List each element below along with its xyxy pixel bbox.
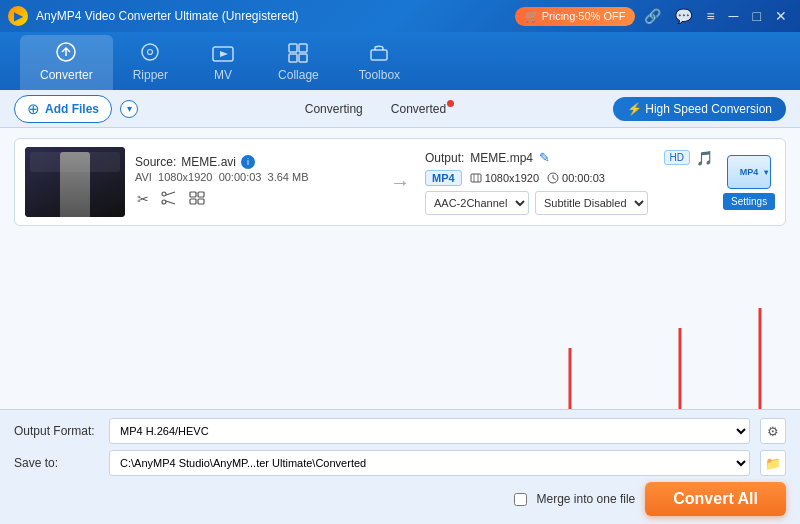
output-format-select[interactable]: MP4 H.264/HEVC (109, 418, 750, 444)
effect-tool-btn[interactable] (187, 189, 207, 210)
subtitle-select[interactable]: Subtitle Disabled (535, 191, 648, 215)
minimize-btn[interactable]: ─ (724, 6, 744, 26)
output-filename: MEME.mp4 (470, 151, 533, 165)
tab-converter[interactable]: Converter (20, 35, 113, 90)
toolbox-icon (368, 41, 390, 66)
hd-badge: HD (664, 150, 690, 165)
message-icon-btn[interactable]: 💬 (670, 6, 697, 26)
file-meta: AVI 1080x1920 00:00:03 3.64 MB (135, 171, 375, 183)
mv-icon (212, 45, 234, 66)
cut-tool-btn[interactable]: ✂ (135, 189, 151, 209)
app-title: AnyMP4 Video Converter Ultimate (Unregis… (36, 9, 515, 23)
source-filename: MEME.avi (181, 155, 236, 169)
converting-tab[interactable]: Converting (295, 98, 373, 120)
convert-arrow: → (385, 171, 415, 194)
svg-rect-15 (190, 199, 196, 204)
tab-converter-label: Converter (40, 68, 93, 82)
source-label: Source: (135, 155, 176, 169)
navbar: Converter Ripper MV (0, 32, 800, 90)
file-thumbnail (25, 147, 125, 217)
clip-tool-btn[interactable] (159, 189, 179, 210)
tab-toolbox[interactable]: Toolbox (339, 35, 420, 90)
svg-rect-4 (289, 44, 297, 52)
high-speed-button[interactable]: ⚡ High Speed Conversion (613, 97, 786, 121)
tab-ripper[interactable]: Ripper (113, 35, 188, 90)
maximize-btn[interactable]: □ (748, 6, 766, 26)
svg-line-11 (166, 192, 175, 195)
output-format-settings-btn[interactable]: ⚙ (760, 418, 786, 444)
output-source-row: Output: MEME.mp4 ✎ HD 🎵 (425, 150, 713, 166)
svg-line-22 (553, 178, 556, 180)
titlebar: ▶ AnyMP4 Video Converter Ultimate (Unreg… (0, 0, 800, 32)
tab-mv[interactable]: MV (188, 39, 258, 90)
link-icon-btn[interactable]: 🔗 (639, 6, 666, 26)
settings-panel: MP4 ▾ Settings (723, 155, 775, 210)
tab-ripper-label: Ripper (133, 68, 168, 82)
svg-rect-13 (190, 192, 196, 197)
format-dropdown-arrow: ▾ (764, 167, 768, 176)
svg-point-10 (162, 200, 166, 204)
audio-channel-select[interactable]: AAC-2Channel (425, 191, 529, 215)
file-resolution: 1080x1920 (158, 171, 212, 183)
svg-rect-8 (371, 50, 387, 60)
app-logo: ▶ (8, 6, 28, 26)
collage-icon (288, 43, 308, 66)
format-badge-label: MP4 (740, 167, 759, 177)
output-info: Output: MEME.mp4 ✎ HD 🎵 MP4 1080x1920 (425, 150, 713, 215)
svg-rect-17 (471, 174, 481, 182)
save-to-folder-btn[interactable]: 📁 (760, 450, 786, 476)
file-format: AVI (135, 171, 152, 183)
close-btn[interactable]: ✕ (770, 6, 792, 26)
svg-rect-7 (299, 54, 307, 62)
converted-tab[interactable]: Converted (381, 98, 456, 120)
toolbar: ⊕ Add Files ▾ Converting Converted ⚡ Hig… (0, 90, 800, 128)
converted-notification-dot (447, 100, 454, 107)
titlebar-actions: 🛒 Pricing·50% OFF 🔗 💬 ≡ ─ □ ✕ (515, 6, 792, 26)
svg-line-12 (166, 201, 175, 204)
source-info-icon: i (241, 155, 255, 169)
file-size: 3.64 MB (268, 171, 309, 183)
output-selects: AAC-2Channel Subtitle Disabled (425, 191, 713, 215)
output-label: Output: (425, 151, 464, 165)
svg-rect-6 (289, 54, 297, 62)
add-icon: ⊕ (27, 100, 40, 118)
menu-icon-btn[interactable]: ≡ (701, 6, 719, 26)
merge-checkbox[interactable] (514, 493, 527, 506)
save-to-label: Save to: (14, 456, 99, 470)
merge-label[interactable]: Merge into one file (537, 492, 636, 506)
tab-toolbox-label: Toolbox (359, 68, 400, 82)
output-format-badge: MP4 (425, 170, 462, 186)
file-item: Source: MEME.avi i AVI 1080x1920 00:00:0… (14, 138, 786, 226)
output-format-row: Output Format: MP4 H.264/HEVC ⚙ (14, 418, 786, 444)
ripper-icon (139, 41, 161, 66)
add-files-button[interactable]: ⊕ Add Files (14, 95, 112, 123)
output-resolution-badge: 1080x1920 (470, 172, 539, 184)
save-to-row: Save to: C:\AnyMP4 Studio\AnyMP...ter Ul… (14, 450, 786, 476)
pricing-button[interactable]: 🛒 Pricing·50% OFF (515, 7, 636, 26)
output-duration-badge: 00:00:03 (547, 172, 605, 184)
add-files-label: Add Files (45, 102, 99, 116)
convert-all-button[interactable]: Convert All (645, 482, 786, 516)
settings-button[interactable]: Settings (723, 193, 775, 210)
file-source-row: Source: MEME.avi i (135, 155, 375, 169)
tab-collage[interactable]: Collage (258, 37, 339, 90)
svg-point-2 (148, 50, 153, 55)
format-select-button[interactable]: MP4 ▾ (727, 155, 771, 189)
svg-rect-5 (299, 44, 307, 52)
output-badges: MP4 1080x1920 00:00:03 (425, 170, 713, 186)
save-to-select[interactable]: C:\AnyMP4 Studio\AnyMP...ter Ultimate\Co… (109, 450, 750, 476)
source-info: Source: MEME.avi i AVI 1080x1920 00:00:0… (135, 155, 375, 210)
svg-point-9 (162, 192, 166, 196)
svg-rect-16 (198, 199, 204, 204)
converter-icon (55, 41, 77, 66)
tab-collage-label: Collage (278, 68, 319, 82)
svg-point-1 (142, 44, 158, 60)
file-tools: ✂ (135, 189, 375, 210)
merge-convert-row: Merge into one file Convert All (14, 482, 786, 516)
output-format-label: Output Format: (14, 424, 99, 438)
edit-output-icon[interactable]: ✎ (539, 150, 550, 165)
tab-mv-label: MV (214, 68, 232, 82)
audio-settings-icon[interactable]: 🎵 (696, 150, 713, 166)
add-files-dropdown-button[interactable]: ▾ (120, 100, 138, 118)
bottom-bar: Output Format: MP4 H.264/HEVC ⚙ Save to:… (0, 409, 800, 524)
